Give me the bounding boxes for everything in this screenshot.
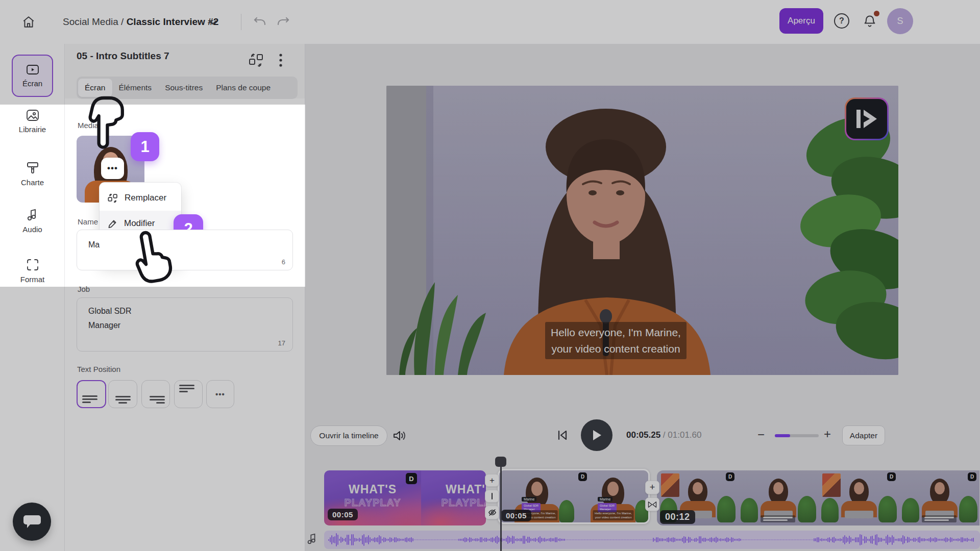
sidebar-item-charte[interactable]: Charte — [0, 161, 65, 187]
mini-subtitle-blur — [761, 515, 795, 522]
breadcrumb-project[interactable]: Social Media — [63, 16, 118, 28]
home-icon[interactable] — [22, 15, 35, 29]
add-screen-button[interactable]: + — [645, 481, 659, 494]
mini-subtitle: Hello everyone, I'm Marine,your video co… — [593, 510, 634, 520]
playplay-d-badge: D — [968, 472, 976, 481]
tutorial-hand-cursor-1 — [82, 96, 125, 150]
job-input[interactable]: Global SDR Manager 17 — [77, 297, 293, 352]
zoom-slider-fill — [775, 434, 790, 437]
clip3-frame: D — [818, 470, 899, 525]
wall-poster — [822, 473, 841, 497]
zoom-out-button[interactable]: − — [757, 428, 765, 442]
image-icon — [26, 109, 39, 121]
chat-widget-button[interactable] — [13, 503, 51, 541]
text-position-bottom-right[interactable] — [141, 380, 170, 408]
bell-icon[interactable] — [863, 14, 877, 29]
name-input[interactable]: Ma 6 — [77, 230, 293, 270]
playplay-logo — [845, 97, 889, 140]
subtitle-line2: your video content creation — [551, 341, 680, 357]
clip3-frame — [738, 470, 818, 525]
laptop — [845, 511, 873, 518]
media-options-button[interactable]: ••• — [101, 158, 124, 179]
name-label: Name — [78, 217, 98, 226]
notification-dot — [874, 11, 879, 16]
audio-waveform[interactable] — [324, 531, 980, 549]
redo-icon[interactable] — [277, 16, 290, 28]
name-char-count: 6 — [282, 258, 285, 266]
screen-icon — [26, 64, 39, 76]
subtitle-line1: Hello everyone, I'm Marine, — [551, 324, 681, 341]
undo-icon[interactable] — [253, 16, 266, 28]
speaker-name-tag: Marine — [598, 497, 612, 502]
screen-title: 05 - Intro Subtitles 7 — [77, 51, 169, 62]
tab-elements[interactable]: Éléments — [112, 79, 159, 97]
chevron-down-icon[interactable] — [208, 19, 217, 26]
replace-icon — [108, 193, 118, 203]
clip1-frame: WHAT'S PLAYPLAY — [421, 470, 486, 525]
text-position-label: Text Position — [77, 365, 120, 373]
name-value: Ma — [88, 238, 100, 252]
cut-button[interactable] — [485, 490, 499, 503]
transition-button[interactable] — [645, 497, 659, 511]
text-position-bottom-left[interactable] — [77, 380, 106, 408]
chat-bubble-icon — [23, 514, 41, 530]
top-bar: Social Media / Classic Interview #2 Aper… — [0, 0, 980, 44]
text-position-top-left[interactable] — [174, 380, 203, 408]
fit-button[interactable]: Adapter — [842, 425, 885, 445]
replace-screen-icon[interactable] — [249, 53, 264, 67]
preview-button[interactable]: Aperçu — [779, 8, 823, 34]
clip3-duration: 00:12 — [660, 510, 695, 524]
sidebar: Écran Librairie Charte Audio Format — [0, 44, 65, 551]
frame-icon — [26, 258, 39, 271]
playhead-handle[interactable] — [495, 457, 506, 467]
skip-start-icon[interactable] — [556, 429, 569, 441]
job-char-count: 17 — [278, 339, 285, 347]
sidebar-item-ecran[interactable]: Écran — [12, 55, 53, 97]
menu-item-remplacer[interactable]: Remplacer — [100, 185, 181, 211]
timeline-clip-3[interactable]: D D D — [657, 470, 980, 525]
tab-plans-de-coupe[interactable]: Plans de coupe — [209, 79, 277, 97]
mini-subtitle-blur — [922, 515, 957, 522]
paint-roller-icon — [26, 161, 39, 174]
audio-track-icon — [307, 532, 318, 545]
job-value-line1: Global SDR — [88, 304, 131, 318]
clip2-frame: D Marine Global SDRManager Hello everyon… — [575, 470, 650, 522]
playplay-d-badge: D — [726, 472, 734, 481]
sidebar-item-librairie[interactable]: Librairie — [0, 109, 65, 134]
tab-ecran[interactable]: Écran — [78, 79, 112, 97]
job-label: Job — [78, 285, 90, 293]
total-time: 01:01.60 — [668, 430, 701, 440]
playback-time: 00:05.25 / 01:01.60 — [626, 430, 701, 440]
current-time: 00:05.25 — [626, 430, 660, 440]
clip1-duration: 00:05 — [328, 509, 358, 520]
add-screen-button[interactable]: + — [485, 474, 499, 487]
volume-icon[interactable] — [393, 429, 406, 442]
breadcrumb[interactable]: Social Media / Classic Interview #2 — [63, 0, 218, 44]
avatar[interactable]: S — [887, 8, 913, 34]
playplay-d-badge: D — [406, 473, 417, 484]
clip2-duration: 00:05 — [501, 510, 531, 521]
tab-sous-titres[interactable]: Sous-titres — [158, 79, 209, 97]
breadcrumb-current[interactable]: Classic Interview #2 — [127, 16, 219, 28]
speaker-name-tag: Marine — [522, 497, 536, 502]
playhead-line — [500, 465, 502, 551]
clip3-frame: D — [899, 470, 979, 525]
text-position-bottom-center[interactable] — [108, 380, 137, 408]
wall-poster — [661, 473, 679, 497]
open-timeline-button[interactable]: Ouvrir la timeline — [310, 425, 387, 446]
playplay-editor: Social Media / Classic Interview #2 Aper… — [0, 0, 980, 551]
kebab-menu-icon[interactable] — [279, 53, 283, 67]
timeline-zoom-slider[interactable] — [775, 434, 819, 437]
playplay-d-badge: D — [887, 472, 896, 481]
music-note-icon — [27, 208, 39, 221]
pencil-icon — [108, 219, 117, 229]
help-icon[interactable]: ? — [834, 13, 849, 29]
play-button[interactable] — [581, 419, 612, 451]
video-subtitle: Hello everyone, I'm Marine, your video c… — [545, 322, 687, 359]
text-position-more[interactable]: ••• — [206, 380, 234, 408]
hide-subtitles-button[interactable] — [485, 506, 499, 519]
job-value-line2: Manager — [88, 318, 131, 333]
sidebar-item-audio[interactable]: Audio — [0, 208, 65, 234]
zoom-in-button[interactable]: + — [824, 427, 831, 441]
sidebar-item-format[interactable]: Format — [0, 258, 65, 284]
